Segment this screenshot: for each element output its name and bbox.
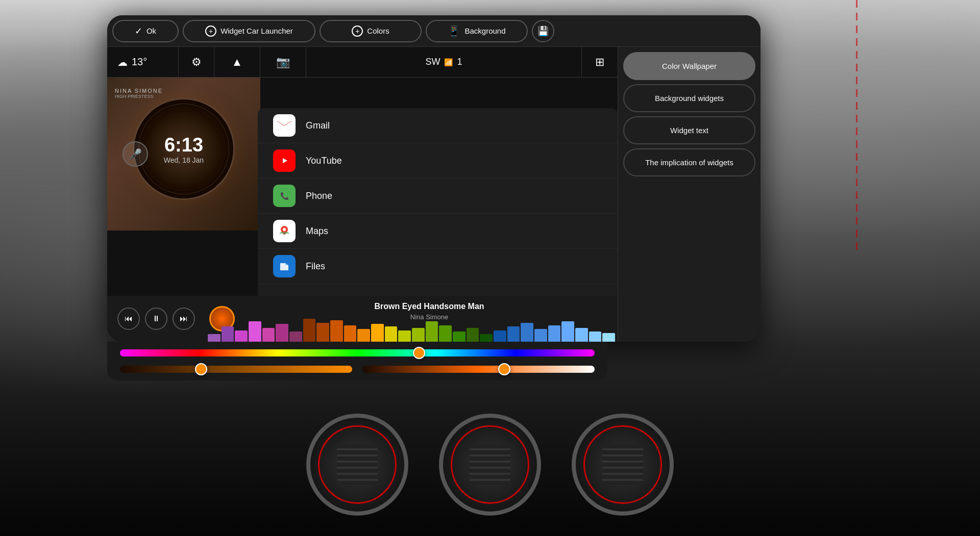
next-button[interactable]: ⏭ [173,308,195,330]
ok-label: Ok [146,27,156,35]
vents-area [260,393,720,536]
rainbow-slider[interactable] [120,349,595,356]
car-ui-panel: ☁ 13° ⚙ ▲ 📷 SW 📶 1 ⊞ [107,47,618,342]
vis-bar [249,321,261,342]
youtube-icon [273,149,296,172]
vis-bar [316,323,329,342]
clock-time: 6:13 [164,134,203,156]
vis-bar [480,334,493,342]
speed-widget: SW 📶 1 [306,47,582,77]
orange-slider-2[interactable] [362,366,595,373]
main-screen: ✓ Ok + Widget Car Launcher + Colors 📱 Ba… [107,15,761,342]
clock-widget: 6:13 Wed, 18 Jan [133,98,235,200]
play-pause-button[interactable]: ⏸ [145,308,167,330]
gmail-icon [273,114,296,137]
clock-ring: 6:13 Wed, 18 Jan [133,98,235,200]
vis-bar [357,329,370,342]
vis-bar [426,321,438,342]
maps-icon [273,220,296,242]
phone-icon: 📞 [273,185,296,207]
vis-bar [575,328,588,342]
vent-left-inner [337,444,378,485]
music-player: ⏮ ⏸ ⏭ Brown Eyed Handsome Man Nina Simon [107,296,618,342]
widget-text-label: Widget text [670,126,708,135]
grid-widget[interactable]: ⊞ [582,47,618,77]
plus-icon-widget: + [205,25,216,37]
vis-bar [385,326,398,342]
vis-bar [467,328,479,342]
check-icon: ✓ [135,25,142,37]
prev-icon: ⏮ [125,314,133,323]
files-label: Files [306,261,325,272]
vent-right-inner [602,444,643,485]
vis-bar [398,330,411,342]
orange-slider-1[interactable] [120,366,352,373]
svg-point-6 [283,228,286,231]
vis-bar [303,319,316,342]
album-artist: NINA SIMONE [115,88,163,94]
speed-value: 1 [457,57,462,67]
vis-bar [344,325,357,342]
ok-button[interactable]: ✓ Ok [112,20,179,42]
main-content: ☁ 13° ⚙ ▲ 📷 SW 📶 1 ⊞ [107,47,761,342]
widget-implication-button[interactable]: The implication of widgets [623,148,755,176]
nav-widget[interactable]: ▲ [214,47,260,77]
app-item-files[interactable]: Files [258,249,618,284]
next-icon: ⏭ [180,314,188,323]
color-wallpaper-button[interactable]: Color Wallpaper [623,52,755,80]
temperature: 13° [132,56,147,68]
vis-bar [222,326,234,342]
gmail-label: Gmail [306,120,330,131]
background-button[interactable]: 📱 Background [426,20,528,42]
svg-text:📞: 📞 [280,192,289,200]
widgets-bar: ☁ 13° ⚙ ▲ 📷 SW 📶 1 ⊞ [107,47,618,78]
prev-button[interactable]: ⏮ [117,308,140,330]
vis-bar [494,330,506,342]
app-item-gmail[interactable]: Gmail [258,108,618,143]
play-icon: ⏸ [152,314,160,323]
background-label: Background [464,27,505,35]
vis-bar [208,334,220,342]
widget-implication-label: The implication of widgets [645,158,733,167]
toolbar: ✓ Ok + Widget Car Launcher + Colors 📱 Ba… [107,15,761,47]
camera-icon: 📷 [276,56,290,69]
vent-left [306,414,408,516]
background-icon: 📱 [448,25,460,37]
clock-date: Wed, 18 Jan [164,156,204,164]
vis-bar [453,331,465,342]
mic-button[interactable]: 🎤 [122,141,148,167]
vent-right [572,414,674,516]
vis-bar [262,328,275,342]
vis-bar [276,324,288,342]
vis-bar [330,320,343,342]
grid-icon: ⊞ [595,56,604,69]
weather-icon: ☁ [117,56,128,68]
colors-button[interactable]: + Colors [320,20,422,42]
rainbow-thumb[interactable] [413,347,425,359]
app-item-maps[interactable]: Maps [258,214,618,249]
plus-icon-colors: + [352,25,363,37]
vis-bar [289,331,302,342]
orange-thumb-2[interactable] [498,363,510,375]
maps-label: Maps [306,226,328,237]
save-button[interactable]: 💾 [532,20,554,42]
weather-widget: ☁ 13° [107,47,179,77]
widget-text-button[interactable]: Widget text [623,116,755,144]
signal-icon: 📶 [444,58,453,66]
phone-label: Phone [306,191,332,201]
mic-icon: 🎤 [129,148,142,160]
visualizer-area: Brown Eyed Handsome Man Nina Simone [205,296,618,342]
orange-thumb-1[interactable] [195,363,207,375]
vent-center [439,414,541,516]
vis-bar [507,326,520,342]
camera-widget[interactable]: 📷 [260,47,306,77]
app-item-phone[interactable]: 📞 Phone [258,178,618,214]
widget-car-launcher-button[interactable]: + Widget Car Launcher [183,20,315,42]
song-artist: Nina Simone [241,313,618,321]
vis-bar [235,330,248,342]
background-widgets-button[interactable]: Background widgets [623,84,755,112]
settings-widget[interactable]: ⚙ [179,47,214,77]
colors-label: Colors [367,27,389,35]
app-item-youtube[interactable]: YouTube [258,143,618,178]
vis-bar [534,329,547,342]
